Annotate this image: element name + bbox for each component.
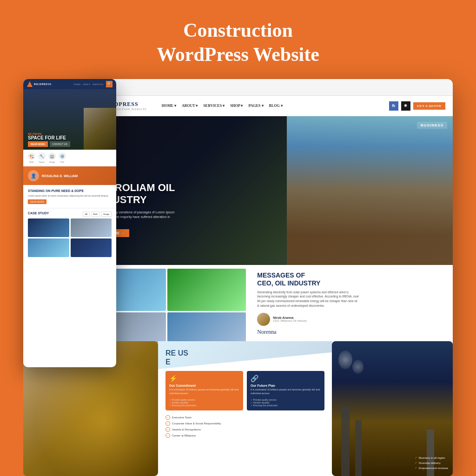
mobile-icon-label: Design	[49, 161, 55, 163]
hero-business-label: BUSINESS	[417, 122, 447, 129]
mobile-standing-btn[interactable]: READ MORE	[28, 199, 46, 204]
commitment-icon: ⚡	[169, 375, 239, 382]
nav-link-services[interactable]: SERVICES ▾	[203, 104, 225, 108]
mobile-standing-buttons: READ MORE	[28, 199, 112, 204]
mobile-profile-section: 👤 ROSALINA D. WILLIAM	[23, 166, 116, 185]
mobile-hero-buttons: READ MORE CONTACT US	[28, 141, 70, 147]
browser-chrome	[84, 79, 453, 96]
site-navbar: BILDPRESS CONSTRUCTION WEBSITE HOME ▾ AB…	[84, 96, 453, 116]
mobile-icon-2: 🔧 Repair	[38, 152, 46, 163]
mobile-case-title: CASE STUDY	[28, 212, 49, 215]
mobile-profile-info: ROSALINA D. WILLIAM	[42, 174, 78, 178]
future-icon: 🔗	[251, 375, 321, 382]
commitment-title: Our Commitment	[169, 384, 239, 387]
check-icon-3: ✓	[165, 427, 170, 432]
mobile-cta2[interactable]: CONTACT US	[50, 141, 70, 147]
list-item-text-2: Corporate Value & Social Responsibility	[172, 422, 221, 425]
why-us-list-item-4: ✓ Career at Bildpress	[165, 433, 324, 438]
facebook-button[interactable]: fb	[389, 101, 398, 111]
ceo-profile: Nirob Aranna CEO, Bildpress Oil Industry	[257, 313, 445, 326]
why-us-card-commitment: ⚡ Our Commitment It is estimated 10 bill…	[165, 371, 243, 410]
page-header: Construction WordPress Website	[0, 0, 476, 77]
mobile-case-image	[71, 238, 112, 257]
nav-link-pages[interactable]: PAGES ▾	[248, 104, 263, 108]
list-item-text-3: Awards & Recognitions	[172, 428, 201, 431]
mobile-navbar: BILDPRESS HOME ABOUT SERVICES 🔍	[23, 79, 116, 89]
mobile-icon-label: Plan	[60, 161, 64, 163]
ceo-role: CEO, Bildpress Oil Industry	[273, 319, 307, 322]
mobile-icon-circle: ⚙️	[59, 152, 66, 160]
why-us-list-item-2: ✓ Corporate Value & Social Responsibilit…	[165, 421, 324, 426]
mobile-icon-1: 🏗️ Build	[28, 152, 35, 163]
nav-link-about[interactable]: ABOUT ▾	[182, 104, 198, 108]
right-check-icon: ✓	[415, 456, 417, 460]
why-us-list: ✓ Executive Team ✓ Corporate Value & Soc…	[165, 415, 324, 438]
check-icon-4: ✓	[165, 433, 170, 438]
nav-link-home[interactable]: HOME ▾	[162, 104, 176, 108]
get-quote-button[interactable]: GET A QUOTE	[413, 102, 445, 110]
mobile-icon-circle: 🏗️	[28, 152, 35, 160]
mobile-hero-title: SPACE FOR LIFE	[28, 135, 66, 140]
ceo-profile-info: Nirob Aranna CEO, Bildpress Oil Industry	[273, 316, 307, 322]
nav-link-shop[interactable]: SHOP ▾	[230, 104, 243, 108]
right-list-item-1: ✓ Business in all region	[415, 456, 448, 460]
why-us-card-future: 🔗 Our Future Plan It is estimated 10 bil…	[247, 371, 324, 410]
mobile-hero: WE CREATE SPACE FOR LIFE READ MORE CONTA…	[23, 89, 116, 150]
chimney-2	[355, 420, 362, 476]
workers-overlay	[287, 116, 453, 265]
chimney-1	[341, 406, 350, 476]
check-icon-1: ✓	[165, 415, 170, 420]
arrow-icon: →	[121, 231, 125, 235]
bottom-right-list: ✓ Business in all region ✓ Doorstep deli…	[415, 456, 448, 471]
header-line2: WordPress Website	[0, 42, 476, 67]
mobile-filter-btn[interactable]: Design	[101, 212, 112, 217]
mobile-icon-label: Repair	[39, 161, 45, 163]
ceo-name: Nirob Aranna	[273, 316, 307, 319]
mobile-icon-4: ⚙️ Plan	[59, 152, 66, 163]
right-list-text-3: Empowerment increase	[419, 467, 448, 469]
mobile-logo-text: BILDPRESS	[34, 83, 52, 86]
mobile-nav-link[interactable]: SERVICES	[93, 83, 103, 86]
right-check-icon: ✓	[415, 466, 417, 470]
ceo-signature: Norenna	[257, 329, 445, 336]
mobile-worker-image	[84, 108, 116, 150]
mobile-nav-links: HOME ABOUT SERVICES	[74, 83, 103, 86]
nav-links: HOME ▾ ABOUT ▾ SERVICES ▾ SHOP ▾ PAGES ▾…	[162, 104, 383, 108]
mobile-case-grid	[28, 218, 112, 257]
mobile-filter-btn[interactable]: Build	[91, 212, 100, 217]
ceo-heading: MESSAGES OF CEO, OIL INDUSTRY	[257, 271, 445, 287]
nav-link-blog[interactable]: BLOG ▾	[269, 104, 283, 108]
page-background: Construction WordPress Website BILDPRESS…	[0, 0, 476, 77]
mobile-standing-text: Lorem ipsum dolor sit amet consectetur a…	[28, 194, 112, 198]
mobile-nav-link[interactable]: ABOUT	[83, 83, 91, 86]
list-item-text-1: Executive Team	[172, 416, 192, 419]
mobile-profile-avatar: 👤	[28, 170, 39, 181]
mobile-icons-row: 🏗️ Build 🔧 Repair 🏢 Design ⚙️ Plan	[23, 150, 116, 166]
wechat-button[interactable]: ❋	[401, 101, 410, 111]
ceo-paragraph: Generating electricity from solar power …	[257, 290, 359, 308]
ceo-image-2	[167, 269, 246, 311]
mobile-icon-circle: 🏢	[48, 152, 56, 160]
commitment-text: It is estimated 10 billions people are f…	[169, 388, 239, 395]
why-us-cards: ⚡ Our Commitment It is estimated 10 bill…	[165, 371, 324, 410]
mobile-nav-link[interactable]: HOME	[74, 83, 81, 86]
why-us-list-item-3: ✓ Awards & Recognitions	[165, 427, 324, 432]
right-list-text-2: Doorstep delivery	[419, 462, 441, 464]
mobile-cta[interactable]: READ MORE	[28, 141, 48, 147]
right-list-text-1: Business in all region	[419, 456, 445, 459]
nav-actions: fb ❋ GET A QUOTE	[389, 101, 445, 111]
mockup-wrapper: BILDPRESS HOME ABOUT SERVICES 🔍 WE CREAT…	[23, 79, 453, 476]
mobile-case-study: CASE STUDY All Build Design	[23, 208, 116, 260]
future-text: It is estimated 10 billions people are f…	[251, 388, 321, 395]
mobile-case-filters: All Build Design	[83, 212, 112, 217]
hero-right-panel: BUSINESS	[287, 116, 453, 265]
site-hero: BUSINESS PETROLIAM OIL INDUSTRY There ar…	[84, 116, 453, 265]
smoke-2	[352, 360, 364, 374]
mobile-filter-btn[interactable]: All	[83, 212, 89, 217]
right-list-item-2: ✓ Doorstep delivery	[415, 461, 448, 465]
mobile-icon-3: 🏢 Design	[48, 152, 56, 163]
mobile-search-button[interactable]: 🔍	[106, 81, 112, 87]
mobile-case-image	[28, 218, 69, 237]
ceo-avatar	[257, 313, 270, 326]
list-item-text-4: Career at Bildpress	[172, 434, 196, 437]
